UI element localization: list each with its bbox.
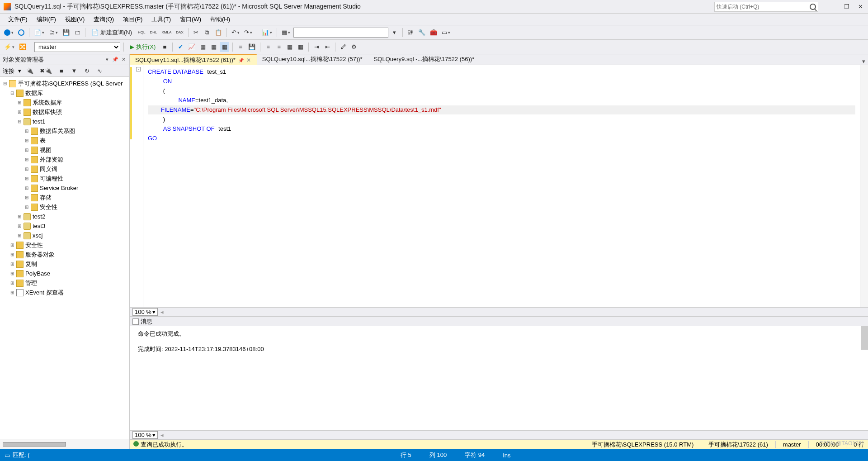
menu-tools[interactable]: 工具(T)	[148, 14, 175, 25]
parse-button[interactable]: ✔	[176, 42, 185, 52]
tree-node[interactable]: ⊞XEvent 探查器	[0, 288, 129, 297]
tabs-overflow-button[interactable]: ▾	[859, 58, 868, 65]
tree-node[interactable]: ⊞test2	[0, 212, 129, 221]
menu-edit[interactable]: 编辑(E)	[33, 14, 60, 25]
panel-close-icon[interactable]: ✕	[120, 57, 127, 63]
panel-pin-icon[interactable]: 📌	[112, 57, 118, 63]
tree-node[interactable]: ⊞表	[0, 136, 129, 145]
menu-file[interactable]: 文件(F)	[5, 14, 31, 25]
dhl-icon[interactable]: DHL	[149, 28, 159, 38]
tree-node[interactable]: ⊞数据库快照	[0, 107, 129, 117]
menu-window[interactable]: 窗口(W)	[176, 14, 205, 25]
comment-button[interactable]: ≡	[264, 42, 273, 52]
change-connection-button[interactable]: 🔀	[18, 42, 28, 52]
decrease-indent-button[interactable]: ⇤	[323, 42, 332, 52]
tree-node[interactable]: ⊞系统数据库	[0, 98, 129, 107]
uncomment-button[interactable]: ≡	[274, 42, 283, 52]
menu-view[interactable]: 视图(V)	[61, 14, 88, 25]
include-plan-button[interactable]: ▦	[198, 42, 208, 52]
mini-map[interactable]	[860, 65, 868, 307]
save-all-button[interactable]: 🗃	[73, 28, 82, 38]
tree-node[interactable]: ⊞安全性	[0, 240, 129, 250]
tree-node[interactable]: ⊞管理	[0, 278, 129, 288]
save-button[interactable]: 💾	[61, 28, 71, 38]
undo-button[interactable]: ↶	[230, 28, 241, 38]
messages-zoom-combo[interactable]: 100 % ▾	[132, 431, 158, 439]
tree-node[interactable]: ⊞复制	[0, 259, 129, 269]
tree-node[interactable]: ⊞Service Broker	[0, 183, 129, 193]
indent-button[interactable]: ▦	[285, 42, 294, 52]
tree-node[interactable]: ⊞存储	[0, 193, 129, 202]
activity-monitor-button[interactable]: 📊	[260, 28, 274, 38]
object-tree[interactable]: ⊟ 手可摘棉花\SQLEXPRESS (SQL Server ⊟ 数据库 ⊞系统…	[0, 77, 129, 439]
tree-node[interactable]: ⊞test3	[0, 221, 129, 231]
specify-values-button[interactable]: 🖉	[339, 42, 348, 52]
disconnect-icon[interactable]: ✖🔌	[38, 66, 53, 76]
connect-server-icon[interactable]: 🔌	[25, 66, 35, 76]
paste-button[interactable]: 📋	[213, 28, 223, 38]
filter-icon[interactable]: ▼	[70, 66, 79, 76]
new-query-button[interactable]: 📄 新建查询(N)	[89, 28, 135, 38]
tree-server-node[interactable]: ⊟ 手可摘棉花\SQLEXPRESS (SQL Server	[0, 79, 129, 88]
tree-node[interactable]: ⊞xscj	[0, 231, 129, 240]
tab-sqlquery9[interactable]: SQLQuery9.sql -...摘棉花\17522 (56))*	[368, 54, 481, 65]
open-button[interactable]: 🗂	[47, 28, 59, 38]
results-grid-button[interactable]: ▦	[220, 42, 229, 52]
tab-sqlquery10[interactable]: SQLQuery10.sql...摘棉花\17522 (57))*	[257, 54, 368, 65]
panel-dropdown-icon[interactable]: ▾	[104, 57, 110, 63]
xmla-icon[interactable]: XMLA	[160, 28, 173, 38]
stop-button[interactable]: ■	[160, 42, 169, 52]
nav-forward-button[interactable]	[17, 28, 26, 38]
toolbox-button[interactable]: 🧰	[429, 28, 439, 38]
increase-indent-button[interactable]: ⇥	[312, 42, 321, 52]
quick-launch-box[interactable]	[714, 2, 818, 12]
tree-node[interactable]: ⊞数据库关系图	[0, 126, 129, 136]
code-editor[interactable]: - CREATE DATABASE test_s1 ON ( NAME=test…	[130, 65, 868, 307]
tree-node[interactable]: ⊞同义词	[0, 164, 129, 174]
properties-button[interactable]: 🔧	[417, 28, 427, 38]
project-button[interactable]: ▦	[280, 28, 292, 38]
scrollbar-thumb[interactable]	[861, 326, 868, 350]
connection-button[interactable]: ⚡	[3, 42, 16, 52]
activity-icon[interactable]: ∿	[95, 66, 104, 76]
messages-header[interactable]: 消息	[130, 316, 868, 326]
code-text[interactable]: CREATE DATABASE test_s1 ON ( NAME=test1_…	[143, 65, 860, 307]
window-layout-button[interactable]: ▭	[440, 28, 452, 38]
results-file-button[interactable]: 💾	[247, 42, 257, 52]
menu-query[interactable]: 查询(Q)	[90, 14, 118, 25]
hql-icon[interactable]: HQL	[137, 28, 146, 38]
menu-project[interactable]: 项目(P)	[119, 14, 146, 25]
menu-help[interactable]: 帮助(H)	[207, 14, 234, 25]
tree-node[interactable]: ⊞视图	[0, 145, 129, 155]
messages-body[interactable]: 命令已成功完成。 完成时间: 2022-11-14T23:17:19.37831…	[130, 326, 868, 430]
cut-button[interactable]: ✂	[192, 28, 201, 38]
minimize-button[interactable]: —	[829, 4, 837, 10]
new-item-button[interactable]: 📄	[33, 28, 46, 38]
quick-launch-input[interactable]	[717, 4, 810, 10]
database-combo[interactable]: master	[34, 42, 120, 52]
tree-node[interactable]: ⊞服务器对象	[0, 250, 129, 259]
execute-button[interactable]: ▶ 执行(X)	[127, 42, 158, 52]
outdent-button[interactable]: ▦	[296, 42, 305, 52]
registered-servers-button[interactable]: 🖳	[406, 28, 415, 38]
refresh-icon[interactable]: ↻	[82, 66, 91, 76]
tree-databases-node[interactable]: ⊟ 数据库	[0, 88, 129, 98]
nav-back-button[interactable]	[3, 28, 15, 38]
horizontal-scrollbar[interactable]	[3, 442, 66, 447]
stop-icon[interactable]: ■	[57, 66, 66, 76]
sqlcmd-button[interactable]: ⚙	[349, 42, 359, 52]
tree-node[interactable]: ⊟test1	[0, 117, 129, 126]
tree-node[interactable]: ⊞可编程性	[0, 174, 129, 183]
find-input[interactable]	[293, 28, 388, 38]
display-plan-button[interactable]: 📈	[187, 42, 197, 52]
tab-sqlquery11[interactable]: SQLQuery11.sql...摘棉花\17522 (61))* 📌 ✕	[130, 54, 257, 65]
connect-label[interactable]: 连接	[3, 67, 14, 75]
tree-node[interactable]: ⊞安全性	[0, 202, 129, 212]
close-button[interactable]: ✕	[856, 4, 864, 10]
close-icon[interactable]: ✕	[246, 57, 251, 63]
pin-icon[interactable]: 📌	[238, 58, 244, 63]
restore-button[interactable]: ❐	[843, 4, 851, 10]
redo-button[interactable]: ↷	[243, 28, 254, 38]
code-zoom-combo[interactable]: 100 % ▾	[132, 308, 158, 316]
dax-icon[interactable]: DAX	[175, 28, 184, 38]
